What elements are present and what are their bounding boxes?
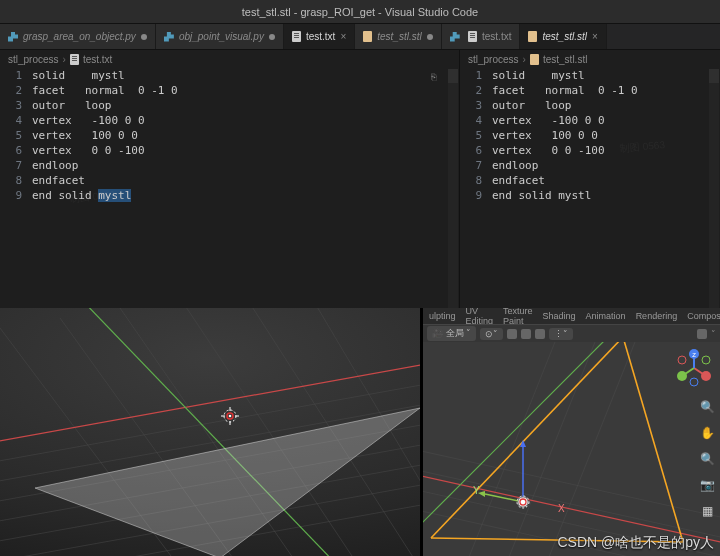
window-title-bar: test_stl.stl - grasp_ROI_get - Visual St…: [0, 0, 720, 24]
camera-icon[interactable]: 📷: [698, 476, 716, 494]
code-content[interactable]: solid mystlfacet normal 0 -1 0outor loop…: [32, 68, 427, 308]
python-icon: [450, 32, 460, 42]
svg-point-42: [702, 356, 710, 364]
tab-obj-point-visual[interactable]: obj_point_visual.py: [156, 24, 284, 49]
close-icon[interactable]: ×: [340, 31, 346, 42]
line-gutter: 123456789: [460, 68, 492, 308]
csdn-watermark: CSDN @啥也不是的py人: [557, 534, 714, 552]
modified-dot-icon: [427, 34, 433, 40]
minimap-left[interactable]: ⎘: [427, 68, 459, 308]
tab-test-txt-right[interactable]: test.txt: [460, 24, 520, 49]
svg-point-38: [701, 371, 711, 381]
viewport-3d-right[interactable]: ulpting UV Editing Texture Paint Shading…: [423, 308, 720, 556]
python-icon: [8, 32, 18, 42]
minimap-right[interactable]: [688, 68, 720, 308]
stl-file-icon: [363, 31, 372, 42]
blender-workspace-tabs[interactable]: ulpting UV Editing Texture Paint Shading…: [423, 308, 720, 324]
tool-icon[interactable]: [535, 329, 545, 339]
workspace-tab[interactable]: Compositing: [687, 311, 720, 321]
svg-line-29: [485, 494, 523, 502]
workspace-tab[interactable]: Shading: [543, 311, 576, 321]
svg-line-26: [543, 342, 643, 556]
editor-pane-right: stl_process › test_stl.stl 123456789 sol…: [460, 50, 720, 308]
code-editor-right[interactable]: 123456789 solid mystlfacet normal 0 -1 0…: [460, 68, 720, 308]
modified-dot-icon: [269, 34, 275, 40]
text-file-icon: [468, 31, 477, 42]
svg-point-15: [229, 415, 232, 418]
snap-toggle[interactable]: [507, 329, 517, 339]
tool-icon[interactable]: ⋮˅: [549, 328, 573, 340]
breadcrumb-left[interactable]: stl_process › test.txt: [0, 50, 459, 68]
stl-file-icon: [530, 54, 539, 65]
breadcrumb-right[interactable]: stl_process › test_stl.stl: [460, 50, 720, 68]
code-content[interactable]: solid mystlfacet normal 0 -1 0outor loop…: [492, 68, 688, 308]
window-title: test_stl.stl - grasp_ROI_get - Visual St…: [242, 6, 478, 18]
grid-icon[interactable]: ▦: [698, 502, 716, 520]
workspace-tab[interactable]: Animation: [586, 311, 626, 321]
mesh-triangle: [35, 408, 420, 556]
pan-icon[interactable]: ✋: [698, 424, 716, 442]
mesh-edge: [431, 342, 623, 538]
tab-test-stl-right[interactable]: test_stl.stl ×: [520, 24, 606, 49]
workspace-tab[interactable]: Rendering: [636, 311, 678, 321]
tab-hp-rotati[interactable]: hp_rotati…: [442, 24, 460, 49]
python-icon: [164, 32, 174, 42]
chevron-right-icon: ›: [523, 54, 526, 65]
tool-icon[interactable]: [521, 329, 531, 339]
svg-point-39: [677, 371, 687, 381]
workspace-tab[interactable]: ulpting: [429, 311, 456, 321]
blender-toolbar[interactable]: 🎥 全局 ˅ ⊙˅ ⋮˅ ˅: [423, 324, 720, 342]
line-gutter: 123456789: [0, 68, 32, 308]
3d-cursor-icon: [218, 404, 242, 430]
breadcrumb-file: test.txt: [83, 54, 112, 65]
svg-point-43: [690, 378, 698, 386]
editor-pane-left: stl_process › test.txt 123456789 solid m…: [0, 50, 460, 308]
text-file-icon: [70, 54, 79, 65]
stl-file-icon: [528, 31, 537, 42]
orientation-dropdown[interactable]: 🎥 全局 ˅: [427, 326, 476, 341]
tab-bar-right: test.txt test_stl.stl ×: [460, 24, 720, 50]
breadcrumb-root: stl_process: [8, 54, 59, 65]
zoom-icon[interactable]: 🔍: [698, 450, 716, 468]
tab-test-txt[interactable]: test.txt ×: [284, 24, 355, 49]
axis-label-x: X: [558, 503, 565, 514]
overlay-toggle[interactable]: [697, 329, 707, 339]
viewport-canvas: [0, 308, 420, 556]
pivot-dropdown[interactable]: ⊙˅: [480, 328, 503, 340]
svg-text:Z: Z: [692, 352, 696, 358]
viewport-3d-left[interactable]: [0, 308, 420, 556]
svg-point-41: [678, 356, 686, 364]
tab-test-stl[interactable]: test_stl.stl: [355, 24, 441, 49]
nav-gizmo[interactable]: Z: [674, 348, 714, 388]
viewports-row: ulpting UV Editing Texture Paint Shading…: [0, 308, 720, 556]
viewport-side-toolbar: 🔍 ✋ 🔍 📷 ▦: [698, 398, 716, 520]
axis-label-y: Y: [473, 485, 480, 496]
code-editor-left[interactable]: 123456789 solid mystlfacet normal 0 -1 0…: [0, 68, 459, 308]
breadcrumb-root: stl_process: [468, 54, 519, 65]
close-icon[interactable]: ×: [592, 31, 598, 42]
modified-dot-icon: [141, 34, 147, 40]
minimap-icon[interactable]: ⎘: [431, 70, 436, 85]
zoom-icon[interactable]: 🔍: [698, 398, 716, 416]
tab-grasp-area[interactable]: grasp_area_on_object.py: [0, 24, 156, 49]
editors-row: stl_process › test.txt 123456789 solid m…: [0, 50, 720, 308]
svg-line-24: [463, 342, 563, 556]
svg-line-23: [423, 447, 720, 522]
text-file-icon: [292, 31, 301, 42]
breadcrumb-file: test_stl.stl: [543, 54, 587, 65]
tab-bar-left: grasp_area_on_object.py obj_point_visual…: [0, 24, 460, 50]
chevron-right-icon: ›: [63, 54, 66, 65]
